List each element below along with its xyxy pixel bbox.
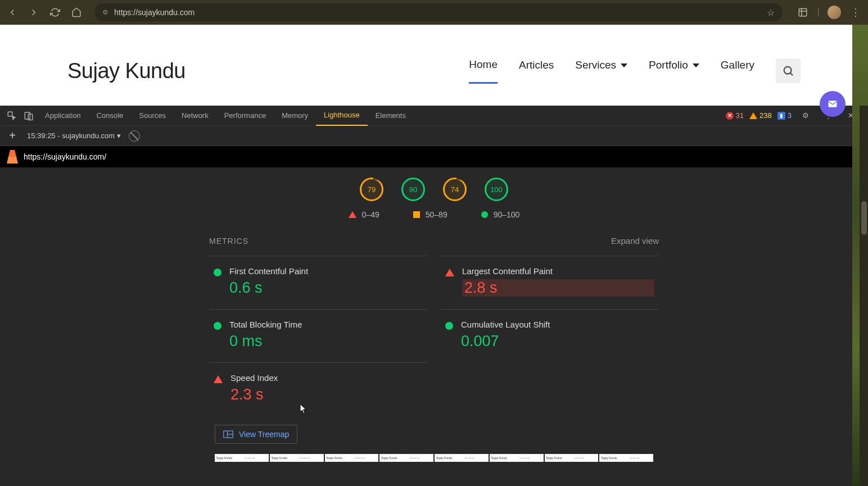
devtools-panel: Application Console Sources Network Perf… — [0, 106, 868, 486]
contact-fab[interactable] — [820, 91, 846, 117]
extensions-button[interactable] — [796, 6, 810, 19]
report-selector[interactable]: 15:39:25 - sujaykundu.com▾ — [27, 131, 121, 140]
reload-button[interactable] — [48, 6, 62, 19]
lighthouse-header: https://sujaykundu.com/ ⋮ — [0, 146, 868, 167]
filmstrip-frame[interactable]: Sujay Kundu— — — — [435, 454, 489, 462]
metric-value: 0.6 s — [229, 279, 423, 297]
tab-application[interactable]: Application — [37, 106, 89, 126]
legend-average: 50–89 — [413, 210, 447, 219]
circle-icon — [214, 269, 221, 276]
metric-label: Cumulative Layout Shift — [461, 320, 654, 329]
filmstrip-frame[interactable]: Sujay Kundu— — — — [379, 454, 433, 462]
nav-gallery[interactable]: Gallery — [721, 59, 754, 83]
new-report-button[interactable]: + — [6, 129, 19, 143]
circle-icon — [481, 211, 488, 218]
nav-services[interactable]: Services — [575, 59, 627, 83]
home-button[interactable] — [70, 6, 83, 19]
filmstrip-frame[interactable]: Sujay Kundu— — — — [215, 454, 269, 462]
scrollbar[interactable] — [860, 106, 868, 486]
metric-row[interactable]: Cumulative Layout Shift 0.007 — [441, 309, 659, 362]
metric-label: Total Blocking Time — [229, 320, 423, 329]
filmstrip: Sujay Kundu— — —Sujay Kundu— — —Sujay Ku… — [209, 454, 659, 462]
metrics-grid: First Contentful Paint 0.6 s Largest Con… — [209, 256, 659, 416]
tab-network[interactable]: Network — [174, 106, 216, 126]
tab-console[interactable]: Console — [89, 106, 132, 126]
triangle-icon — [349, 211, 356, 218]
warning-count-badge[interactable]: 238 — [749, 111, 772, 120]
address-bar[interactable]: ⚙ https://sujaykundu.com ☆ — [94, 3, 783, 21]
chevron-down-icon — [621, 63, 627, 67]
circle-icon — [445, 322, 453, 330]
tab-performance[interactable]: Performance — [216, 106, 274, 126]
clear-report-button[interactable] — [129, 130, 140, 142]
profile-avatar[interactable] — [828, 6, 841, 19]
metric-label: Largest Contentful Paint — [462, 266, 654, 276]
svg-rect-2 — [829, 101, 837, 107]
filmstrip-frame[interactable]: Sujay Kundu— — — — [599, 454, 653, 462]
svg-rect-4 — [25, 112, 30, 119]
expand-view-button[interactable]: Expand view — [611, 236, 659, 246]
lighthouse-logo-icon — [7, 150, 18, 163]
tab-memory[interactable]: Memory — [274, 106, 316, 126]
dropdown-icon: ▾ — [117, 131, 121, 140]
metric-label: First Contentful Paint — [229, 266, 423, 276]
legend-pass: 90–100 — [481, 210, 520, 219]
score-legend: 0–49 50–89 90–100 — [0, 210, 868, 219]
devtools-tabs: Application Console Sources Network Perf… — [0, 106, 868, 126]
lighthouse-body: 799074100 0–49 50–89 90–100 METRICS Expa… — [0, 167, 868, 486]
score-gauge[interactable]: 74 — [443, 178, 467, 201]
svg-rect-0 — [799, 8, 807, 16]
triangle-icon — [445, 269, 454, 276]
info-count-badge[interactable]: ▮3 — [777, 111, 792, 120]
metric-label: Speed Index — [230, 373, 423, 383]
filmstrip-frame[interactable]: Sujay Kundu— — — — [325, 454, 379, 462]
main-nav: Home Articles Services Portfolio Gallery — [469, 58, 754, 84]
site-logo[interactable]: Sujay Kundu — [67, 59, 186, 83]
lighthouse-url: https://sujaykundu.com/ — [24, 152, 106, 161]
view-treemap-button[interactable]: View Treemap — [215, 425, 297, 444]
filmstrip-frame[interactable]: Sujay Kundu— — — — [490, 454, 544, 462]
error-icon: ✕ — [726, 112, 734, 120]
filmstrip-frame[interactable]: Sujay Kundu— — — — [270, 454, 324, 462]
info-icon: ▮ — [777, 112, 785, 120]
device-toggle-button[interactable] — [20, 107, 37, 124]
search-button[interactable] — [776, 58, 801, 83]
forward-button[interactable] — [27, 6, 40, 19]
page-content: Sujay Kundu Home Articles Services Portf… — [0, 25, 868, 106]
inspect-button[interactable] — [3, 107, 20, 124]
tab-sources[interactable]: Sources — [131, 106, 174, 126]
metric-row[interactable]: Largest Contentful Paint 2.8 s — [441, 256, 659, 309]
tab-lighthouse[interactable]: Lighthouse — [316, 106, 368, 126]
lighthouse-toolbar: + 15:39:25 - sujaykundu.com▾ — [0, 126, 868, 146]
nav-home[interactable]: Home — [469, 58, 498, 84]
score-gauge[interactable]: 90 — [401, 178, 425, 201]
back-button[interactable] — [6, 6, 19, 19]
warning-icon — [749, 112, 757, 119]
svg-point-1 — [784, 67, 792, 74]
treemap-icon — [223, 430, 233, 438]
metric-value: 2.3 s — [230, 386, 423, 403]
error-count-badge[interactable]: ✕31 — [726, 111, 744, 120]
metric-row[interactable]: First Contentful Paint 0.6 s — [209, 256, 427, 309]
metric-row[interactable]: Speed Index 2.3 s — [209, 362, 427, 416]
tab-elements[interactable]: Elements — [368, 106, 414, 126]
score-gauge[interactable]: 100 — [485, 178, 508, 201]
browser-toolbar: ⚙ https://sujaykundu.com ☆ | ⋮ — [0, 0, 868, 25]
circle-icon — [214, 322, 221, 330]
triangle-icon — [214, 375, 223, 383]
site-settings-icon[interactable]: ⚙ — [102, 8, 108, 16]
score-gauges: 799074100 — [0, 178, 868, 201]
metric-row[interactable]: Total Blocking Time 0 ms — [209, 309, 427, 362]
legend-fail: 0–49 — [349, 210, 379, 219]
nav-portfolio[interactable]: Portfolio — [649, 59, 699, 83]
square-icon — [413, 211, 420, 218]
score-gauge[interactable]: 79 — [360, 178, 383, 201]
bookmark-icon[interactable]: ☆ — [767, 7, 775, 18]
metric-value: 0 ms — [229, 333, 423, 350]
filmstrip-frame[interactable]: Sujay Kundu— — — — [545, 454, 599, 462]
devtools-settings-button[interactable]: ⚙ — [797, 107, 814, 124]
toolbar-divider: | — [817, 7, 820, 17]
metric-value: 2.8 s — [462, 279, 654, 297]
browser-menu-button[interactable]: ⋮ — [849, 6, 862, 19]
nav-articles[interactable]: Articles — [519, 59, 554, 83]
